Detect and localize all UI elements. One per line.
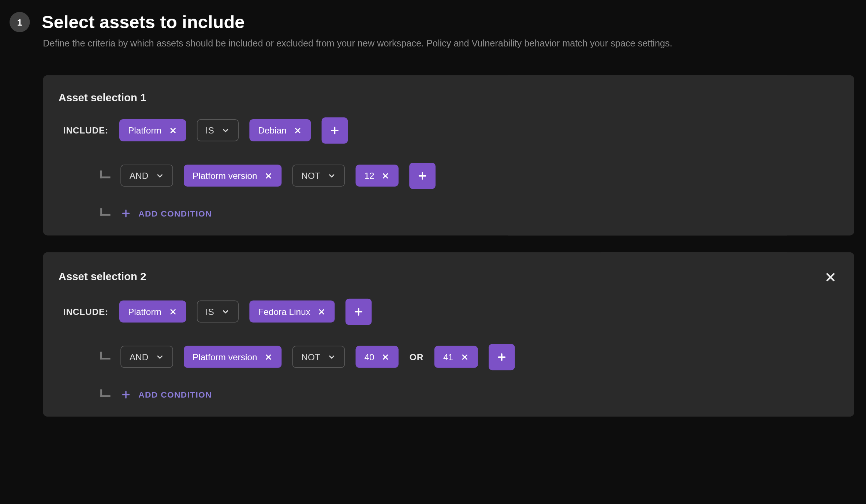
add-condition-button[interactable]: ADD CONDITION [120,389,212,400]
condition-operator-select[interactable]: NOT [292,165,345,187]
card-title: Asset selection 1 [59,92,146,104]
condition-field-chip[interactable]: Platform version [184,346,282,368]
field-chip-label: Platform [128,307,161,316]
add-condition-row: ADD CONDITION [59,389,839,400]
include-row: INCLUDE:PlatformISFedora Linux [59,298,839,325]
condition-field-chip-label: Platform version [193,171,257,180]
condition-row: ANDPlatform versionNOT40OR41 [59,344,839,370]
combinator-select-label: AND [130,353,149,361]
chevron-down-icon [327,172,336,180]
plus-icon [120,389,131,400]
condition-value-chip[interactable]: 40 [355,346,399,368]
condition-row: ANDPlatform versionNOT12 [59,162,839,189]
close-icon[interactable] [381,353,390,361]
add-condition-label: ADD CONDITION [138,390,212,399]
joiner-label: OR [410,352,423,362]
remove-selection-button[interactable] [822,269,839,286]
add-value-button[interactable] [346,298,372,325]
operator-select[interactable]: IS [197,119,238,141]
tree-connector-icon [99,170,110,181]
chevron-down-icon [156,353,164,361]
page-subtitle: Define the criteria by which assets shou… [43,37,866,50]
close-icon[interactable] [381,172,390,180]
value-chip-label: Debian [258,126,287,135]
close-icon[interactable] [460,353,469,361]
tree-connector-icon [99,208,110,218]
operator-select[interactable]: IS [197,301,238,323]
close-icon[interactable] [169,126,177,135]
chevron-down-icon [221,308,229,316]
card-title: Asset selection 2 [59,271,146,283]
condition-field-chip[interactable]: Platform version [184,165,282,187]
page-title: Select assets to include [42,12,245,32]
add-condition-row: ADD CONDITION [59,208,839,218]
plus-icon [496,351,507,362]
field-chip-label: Platform [128,126,161,135]
value-chip[interactable]: Fedora Linux [249,301,335,323]
chevron-down-icon [156,172,164,180]
condition-field-chip-label: Platform version [193,353,257,361]
condition-value-chip-label: 41 [443,353,453,361]
condition-operator-select[interactable]: NOT [292,346,345,368]
plus-icon [417,170,428,181]
close-icon[interactable] [294,126,302,135]
add-condition-value-button[interactable] [410,162,436,189]
close-icon[interactable] [169,308,177,316]
operator-select-label: IS [206,126,214,135]
condition-value-chip[interactable]: 12 [355,165,399,187]
chevron-down-icon [327,353,336,361]
condition-operator-select-label: NOT [301,353,320,361]
condition-operator-select-label: NOT [301,171,320,180]
add-value-button[interactable] [322,117,348,144]
close-icon[interactable] [318,308,326,316]
asset-selection-card: Asset selection 2INCLUDE:PlatformISFedor… [43,252,854,417]
chevron-down-icon [221,126,229,135]
add-condition-label: ADD CONDITION [138,208,212,218]
tree-connector-icon [99,389,110,400]
field-chip[interactable]: Platform [119,119,186,141]
operator-select-label: IS [206,307,214,316]
value-chip[interactable]: Debian [249,119,311,141]
include-label: INCLUDE: [63,125,108,136]
asset-selection-card: Asset selection 1INCLUDE:PlatformISDebia… [43,75,854,235]
condition-value-chip[interactable]: 41 [434,346,477,368]
combinator-select-label: AND [130,171,149,180]
field-chip[interactable]: Platform [119,301,186,323]
plus-icon [329,125,340,136]
condition-value-chip-label: 40 [364,353,374,361]
include-row: INCLUDE:PlatformISDebian [59,117,839,144]
add-condition-button[interactable]: ADD CONDITION [120,208,212,218]
close-icon[interactable] [264,353,273,361]
plus-icon [120,208,131,218]
add-condition-value-button[interactable] [488,344,515,370]
step-badge: 1 [10,12,30,32]
condition-value-chip-label: 12 [364,171,374,180]
value-chip-label: Fedora Linux [258,307,310,316]
close-icon[interactable] [264,172,273,180]
plus-icon [353,306,364,317]
tree-connector-icon [99,351,110,362]
include-label: INCLUDE: [63,306,108,317]
